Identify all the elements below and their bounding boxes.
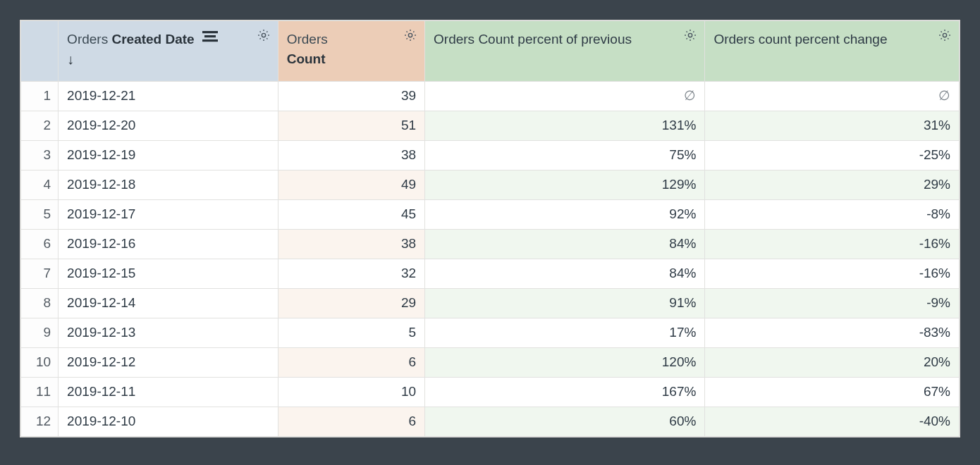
gear-icon[interactable]	[403, 28, 417, 42]
cell-date[interactable]: 2019-12-12	[59, 348, 278, 378]
table-row[interactable]: 82019-12-142991%-9%	[21, 289, 960, 318]
svg-rect-1	[204, 35, 216, 37]
pivot-icon	[202, 31, 218, 42]
table-row[interactable]: 12019-12-2139∅∅	[21, 82, 960, 111]
cell-rownum[interactable]: 6	[21, 230, 59, 259]
cell-calc[interactable]: 120%	[425, 348, 705, 378]
svg-rect-2	[202, 39, 218, 42]
cell-calc[interactable]: ∅	[425, 82, 705, 111]
svg-point-5	[689, 33, 692, 37]
table-row[interactable]: 92019-12-13517%-83%	[21, 318, 960, 348]
table-row[interactable]: 62019-12-163884%-16%	[21, 230, 960, 259]
cell-calc[interactable]: -25%	[705, 141, 960, 170]
cell-date[interactable]: 2019-12-20	[59, 111, 278, 141]
cell-calc[interactable]: 20%	[705, 348, 960, 378]
column-header-created-date[interactable]: Orders Created Date ↓	[59, 21, 278, 82]
cell-rownum[interactable]: 4	[21, 170, 59, 200]
table-row[interactable]: 72019-12-153284%-16%	[21, 259, 960, 289]
gear-icon[interactable]	[257, 28, 271, 42]
cell-calc[interactable]: -16%	[705, 230, 960, 259]
cell-rownum[interactable]: 2	[21, 111, 59, 141]
table-row[interactable]: 42019-12-1849129%29%	[21, 170, 960, 200]
cell-calc[interactable]: -8%	[705, 200, 960, 230]
cell-calc[interactable]: 84%	[425, 259, 705, 289]
data-table: Orders Created Date ↓	[20, 20, 960, 438]
cell-date[interactable]: 2019-12-19	[59, 141, 278, 170]
cell-rownum[interactable]: 1	[21, 82, 59, 111]
cell-count[interactable]: 6	[278, 407, 424, 437]
cell-count[interactable]: 5	[278, 318, 424, 348]
cell-date[interactable]: 2019-12-21	[59, 82, 278, 111]
cell-calc[interactable]: 17%	[425, 318, 705, 348]
cell-rownum[interactable]: 8	[21, 289, 59, 318]
cell-calc[interactable]: -83%	[705, 318, 960, 348]
table-row[interactable]: 102019-12-126120%20%	[21, 348, 960, 378]
cell-count[interactable]: 51	[278, 111, 424, 141]
cell-count[interactable]: 49	[278, 170, 424, 200]
cell-date[interactable]: 2019-12-16	[59, 230, 278, 259]
svg-rect-0	[202, 31, 218, 33]
header-label: Orders count percent change	[713, 32, 887, 46]
column-header-percent-of-previous[interactable]: Orders Count percent of previous	[425, 21, 705, 82]
gear-icon[interactable]	[683, 28, 697, 42]
cell-calc[interactable]: 29%	[705, 170, 960, 200]
header-prefix: Orders	[67, 32, 108, 46]
table-row[interactable]: 122019-12-10660%-40%	[21, 407, 960, 437]
cell-date[interactable]: 2019-12-10	[59, 407, 278, 437]
header-label: Orders Count percent of previous	[434, 32, 632, 46]
table-row[interactable]: 32019-12-193875%-25%	[21, 141, 960, 170]
cell-calc[interactable]: 131%	[425, 111, 705, 141]
cell-count[interactable]: 38	[278, 141, 424, 170]
cell-rownum[interactable]: 12	[21, 407, 59, 437]
cell-calc[interactable]: 84%	[425, 230, 705, 259]
cell-count[interactable]: 38	[278, 230, 424, 259]
cell-rownum[interactable]: 5	[21, 200, 59, 230]
header-prefix: Orders	[287, 32, 328, 46]
cell-calc[interactable]: 67%	[705, 378, 960, 407]
table-row[interactable]: 52019-12-174592%-8%	[21, 200, 960, 230]
header-field: Created Date	[111, 32, 194, 46]
header-field: Count	[287, 51, 326, 66]
cell-rownum[interactable]: 11	[21, 378, 59, 407]
svg-point-6	[943, 33, 946, 37]
cell-calc[interactable]: 129%	[425, 170, 705, 200]
gear-icon[interactable]	[938, 28, 952, 42]
cell-date[interactable]: 2019-12-17	[59, 200, 278, 230]
cell-calc[interactable]: 60%	[425, 407, 705, 437]
cell-calc[interactable]: -40%	[705, 407, 960, 437]
column-header-orders-count[interactable]: Orders Count	[278, 21, 424, 82]
svg-point-3	[262, 33, 265, 37]
cell-date[interactable]: 2019-12-11	[59, 378, 278, 407]
cell-rownum[interactable]: 9	[21, 318, 59, 348]
cell-count[interactable]: 6	[278, 348, 424, 378]
cell-rownum[interactable]: 10	[21, 348, 59, 378]
cell-calc[interactable]: 31%	[705, 111, 960, 141]
sort-desc-icon: ↓	[67, 52, 247, 66]
cell-count[interactable]: 29	[278, 289, 424, 318]
cell-date[interactable]: 2019-12-15	[59, 259, 278, 289]
cell-count[interactable]: 32	[278, 259, 424, 289]
cell-date[interactable]: 2019-12-13	[59, 318, 278, 348]
cell-count[interactable]: 10	[278, 378, 424, 407]
cell-calc[interactable]: 91%	[425, 289, 705, 318]
table-row[interactable]: 22019-12-2051131%31%	[21, 111, 960, 141]
cell-date[interactable]: 2019-12-14	[59, 289, 278, 318]
cell-rownum[interactable]: 7	[21, 259, 59, 289]
row-number-header	[21, 21, 59, 82]
cell-count[interactable]: 45	[278, 200, 424, 230]
cell-count[interactable]: 39	[278, 82, 424, 111]
table-row[interactable]: 112019-12-1110167%67%	[21, 378, 960, 407]
cell-calc[interactable]: -9%	[705, 289, 960, 318]
cell-calc[interactable]: 92%	[425, 200, 705, 230]
cell-date[interactable]: 2019-12-18	[59, 170, 278, 200]
svg-point-4	[408, 33, 412, 37]
cell-calc[interactable]: 75%	[425, 141, 705, 170]
column-header-percent-change[interactable]: Orders count percent change	[705, 21, 960, 82]
cell-calc[interactable]: ∅	[705, 82, 960, 111]
cell-calc[interactable]: 167%	[425, 378, 705, 407]
cell-calc[interactable]: -16%	[705, 259, 960, 289]
table-body: 12019-12-2139∅∅22019-12-2051131%31%32019…	[21, 82, 960, 437]
cell-rownum[interactable]: 3	[21, 141, 59, 170]
